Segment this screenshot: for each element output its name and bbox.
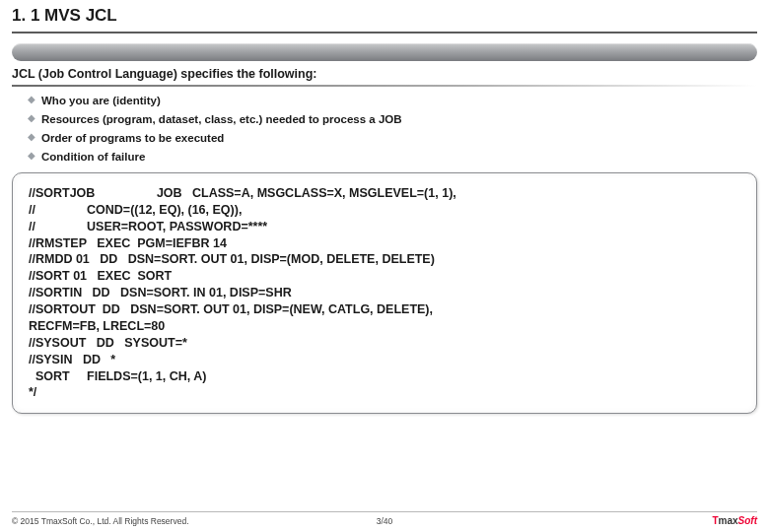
code-line: //SORTIN DD DSN=SORT. IN 01, DISP=SHR: [29, 285, 740, 301]
code-line: //SORTOUT DD DSN=SORT. OUT 01, DISP=(NEW…: [29, 301, 740, 318]
code-line: //SYSIN DD *: [29, 352, 740, 368]
code-line: //RMSTEP EXEC PGM=IEFBR 14: [29, 235, 740, 252]
footer-divider: [12, 511, 757, 512]
code-block: //SORTJOB JOB CLASS=A, MSGCLASS=X, MSGLE…: [12, 172, 757, 414]
subtitle-underline: [12, 85, 757, 87]
bullet-icon: ◆: [28, 149, 35, 163]
code-line: //SORT 01 EXEC SORT: [29, 268, 740, 285]
subhead-bar: [12, 43, 757, 61]
code-line: // USER=ROOT, PASSWORD=****: [29, 219, 740, 235]
bullet-icon: ◆: [28, 93, 35, 106]
slide-header: 1. 1 MVS JCL: [0, 0, 769, 30]
copyright-text: © 2015 TmaxSoft Co., Ltd. All Rights Res…: [12, 516, 189, 526]
bullet-list: ◆ Who you are (identity) ◆ Resources (pr…: [28, 93, 757, 165]
bullet-text: Order of programs to be executed: [41, 130, 224, 146]
slide-footer: © 2015 TmaxSoft Co., Ltd. All Rights Res…: [0, 515, 769, 526]
list-item: ◆ Who you are (identity): [28, 93, 757, 108]
bullet-text: Resources (program, dataset, class, etc.…: [41, 111, 402, 127]
code-line: // COND=((12, EQ), (16, EQ)),: [29, 202, 740, 219]
slide-title: 1. 1 MVS JCL: [12, 6, 757, 26]
title-underline: [12, 32, 757, 33]
logo-part-soft: Soft: [738, 515, 757, 526]
code-line: //RMDD 01 DD DSN=SORT. OUT 01, DISP=(MOD…: [29, 251, 740, 268]
code-line: RECFM=FB, LRECL=80: [29, 318, 740, 335]
code-line: //SYSOUT DD SYSOUT=*: [29, 335, 740, 352]
bullet-icon: ◆: [28, 130, 35, 144]
list-item: ◆ Condition of failure: [28, 149, 757, 165]
code-line: SORT FIELDS=(1, 1, CH, A): [29, 368, 740, 385]
bullet-icon: ◆: [28, 111, 35, 125]
page-number: 3/40: [377, 516, 393, 526]
bullet-text: Condition of failure: [41, 149, 145, 165]
code-line: //SORTJOB JOB CLASS=A, MSGCLASS=X, MSGLE…: [29, 185, 740, 202]
list-item: ◆ Order of programs to be executed: [28, 130, 757, 146]
bullet-text: Who you are (identity): [41, 93, 161, 108]
list-item: ◆ Resources (program, dataset, class, et…: [28, 111, 757, 127]
code-line: */: [29, 384, 740, 401]
section-subtitle: JCL (Job Control Language) specifies the…: [12, 67, 757, 81]
tmaxsoft-logo: TmaxSoft: [712, 515, 757, 526]
logo-part-max: max: [719, 515, 738, 526]
